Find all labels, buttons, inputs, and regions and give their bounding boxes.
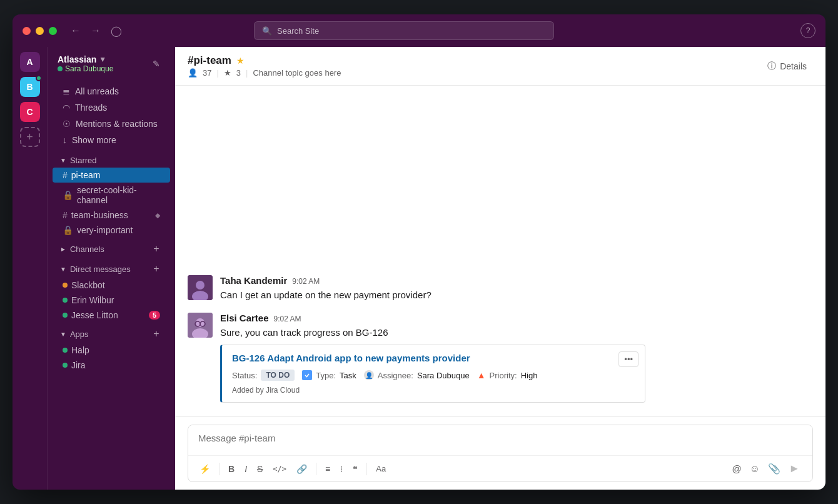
jira-type-item: Type: Task bbox=[302, 370, 356, 380]
apps-label: Apps bbox=[70, 330, 89, 339]
italic-button[interactable]: I bbox=[241, 461, 251, 476]
emoji-button[interactable]: ☺ bbox=[750, 463, 760, 474]
workspace-info: Atlassian ▼ Sara Dubuque bbox=[58, 54, 141, 73]
channel-title: #pi-team bbox=[188, 54, 231, 67]
app-item-jira[interactable]: Jira bbox=[53, 358, 170, 373]
search-bar[interactable]: 🔍 Search Site bbox=[254, 21, 554, 40]
message-text-1: Can I get an update on the new payment p… bbox=[220, 288, 813, 303]
text-style-button[interactable]: Aa bbox=[372, 461, 390, 476]
nav-item-label: Show more bbox=[72, 135, 116, 145]
help-button[interactable]: ? bbox=[800, 23, 815, 38]
message-input-box: ⚡ B I S </> 🔗 ≡ ⁝ ❝ Aa @ bbox=[188, 425, 813, 482]
mention-button[interactable]: @ bbox=[732, 463, 742, 474]
workspace-avatar-main[interactable]: A bbox=[20, 52, 40, 72]
blockquote-button[interactable]: ❝ bbox=[349, 461, 361, 476]
channel-item-pi-team[interactable]: # pi-team bbox=[53, 168, 170, 183]
channel-extra-icon: ◆ bbox=[155, 211, 160, 219]
workspace-avatar-b[interactable]: B bbox=[20, 77, 40, 97]
messages-area[interactable]: Taha Kandemir 9:02 AM Can I get an updat… bbox=[175, 86, 825, 416]
add-workspace-button[interactable]: + bbox=[20, 127, 40, 147]
bold-button[interactable]: B bbox=[225, 461, 238, 476]
hash-icon: # bbox=[63, 210, 68, 220]
mentions-icon: ☉ bbox=[63, 119, 71, 129]
starred-section-header[interactable]: ▼ Starred bbox=[50, 151, 173, 168]
workspace-avatar-c[interactable]: C bbox=[20, 102, 40, 122]
forward-button[interactable]: → bbox=[87, 23, 104, 39]
halp-status-dot bbox=[63, 348, 68, 353]
star-icon[interactable]: ★ bbox=[236, 56, 245, 66]
jira-task-icon bbox=[302, 370, 312, 380]
channel-item-very-important[interactable]: 🔒 very-important bbox=[53, 223, 170, 238]
channel-item-secret[interactable]: 🔒 secret-cool-kid-channel bbox=[53, 183, 170, 208]
message-text-2: Sure, you can track progress on BG-126 bbox=[220, 326, 813, 340]
nav-item-label: All unreads bbox=[75, 86, 119, 96]
apps-section-header[interactable]: ▼ Apps + bbox=[50, 323, 173, 343]
code-button[interactable]: </> bbox=[269, 462, 290, 476]
message-author-1: Taha Kandemir bbox=[220, 275, 287, 286]
jira-meta: Status: To do Type: Task bbox=[232, 370, 635, 381]
channel-name: secret-cool-kid-channel bbox=[77, 185, 160, 205]
nav-item-mentions[interactable]: ☉ Mentions & reactions bbox=[53, 116, 170, 132]
jira-assignee-label: Assignee: bbox=[378, 371, 413, 380]
search-icon: 🔍 bbox=[262, 26, 272, 36]
app-item-halp[interactable]: Halp bbox=[53, 343, 170, 358]
nav-buttons: ← → ◯ bbox=[67, 23, 126, 39]
send-button[interactable]: @ ☺ 📎 ► bbox=[727, 460, 805, 478]
jira-person-icon: 👤 bbox=[364, 370, 374, 380]
maximize-traffic-light[interactable] bbox=[49, 27, 57, 35]
add-dm-button[interactable]: + bbox=[150, 263, 163, 275]
message-time-2: 9:02 AM bbox=[274, 315, 301, 323]
dm-item-jesse[interactable]: Jesse Litton 5 bbox=[53, 308, 170, 323]
message-author-2: Elsi Cartee bbox=[220, 313, 269, 323]
ordered-list-button[interactable]: ≡ bbox=[321, 461, 334, 476]
main-area: A B C + Atlassian ▼ bbox=[13, 47, 825, 490]
back-button[interactable]: ← bbox=[67, 23, 84, 39]
shortcuts-button[interactable]: ⚡ bbox=[196, 461, 214, 476]
channel-item-team-business[interactable]: # team-business ◆ bbox=[53, 208, 170, 223]
details-button[interactable]: ⓘ Details bbox=[761, 57, 813, 76]
attach-button[interactable]: 📎 bbox=[768, 463, 780, 474]
unordered-list-button[interactable]: ⁝ bbox=[336, 461, 346, 476]
jira-status-item: Status: To do bbox=[232, 370, 295, 381]
link-button[interactable]: 🔗 bbox=[293, 461, 311, 476]
close-traffic-light[interactable] bbox=[23, 27, 31, 35]
channels-label: Channels bbox=[70, 244, 104, 254]
nav-item-show-more[interactable]: ↓ Show more bbox=[53, 132, 170, 148]
jira-card-title[interactable]: BG-126 Adapt Android app to new payments… bbox=[232, 353, 635, 363]
main-sidebar: Atlassian ▼ Sara Dubuque ✎ ≣ All unreads bbox=[48, 47, 175, 490]
message-time-1: 9:02 AM bbox=[292, 277, 320, 286]
channels-section-header[interactable]: ► Channels + bbox=[50, 238, 173, 258]
ws-c-initial: C bbox=[26, 107, 33, 117]
dm-item-erin[interactable]: Erin Wilbur bbox=[53, 293, 170, 308]
message-input[interactable] bbox=[188, 425, 812, 453]
jira-added-text: Added by Jira Cloud bbox=[232, 386, 635, 395]
history-button[interactable]: ◯ bbox=[107, 23, 126, 39]
channel-title-row: #pi-team ★ bbox=[188, 54, 761, 67]
new-message-button[interactable]: ✎ bbox=[148, 55, 165, 73]
workspace-header[interactable]: Atlassian ▼ Sara Dubuque ✎ bbox=[48, 47, 175, 81]
minimize-traffic-light[interactable] bbox=[36, 27, 44, 35]
jira-more-button[interactable]: ••• bbox=[618, 351, 639, 367]
strikethrough-button[interactable]: S bbox=[253, 461, 266, 476]
starred-chevron-icon: ▼ bbox=[60, 157, 66, 164]
jira-assignee-value: Sara Dubuque bbox=[417, 371, 470, 380]
dm-item-slackbot[interactable]: Slackbot bbox=[53, 278, 170, 293]
jira-status-value: To do bbox=[261, 370, 295, 381]
show-more-icon: ↓ bbox=[63, 135, 67, 145]
dm-label: Direct messages bbox=[70, 265, 131, 274]
jira-type-label: Type: bbox=[316, 371, 336, 380]
hash-icon: # bbox=[63, 170, 68, 180]
avatar-img-taha bbox=[188, 275, 213, 300]
avatar-taha bbox=[188, 275, 213, 300]
nav-items: ≣ All unreads ◠ Threads ☉ Mentions & rea… bbox=[48, 81, 175, 151]
nav-item-all-unreads[interactable]: ≣ All unreads bbox=[53, 83, 170, 99]
jira-priority-label: Priority: bbox=[490, 371, 517, 380]
nav-item-threads[interactable]: ◠ Threads bbox=[53, 99, 170, 116]
input-toolbar: ⚡ B I S </> 🔗 ≡ ⁝ ❝ Aa @ bbox=[188, 455, 812, 481]
message-header-1: Taha Kandemir 9:02 AM bbox=[220, 275, 813, 286]
dm-section-header[interactable]: ▼ Direct messages + bbox=[50, 258, 173, 278]
lock-icon: 🔒 bbox=[63, 225, 73, 235]
workspace-name: Atlassian ▼ bbox=[58, 54, 141, 64]
add-app-button[interactable]: + bbox=[150, 328, 163, 340]
add-channel-button[interactable]: + bbox=[150, 243, 163, 255]
